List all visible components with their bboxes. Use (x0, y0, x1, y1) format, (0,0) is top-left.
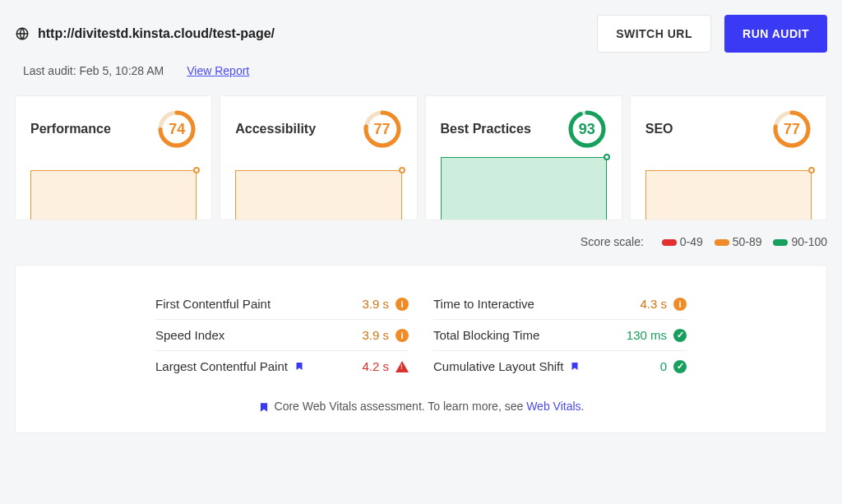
scale-pill-red (662, 239, 677, 246)
run-audit-button[interactable]: RUN AUDIT (724, 15, 827, 53)
score-ring-best-practices: 93 (567, 109, 607, 149)
switch-url-button[interactable]: SWITCH URL (597, 15, 711, 53)
metric-name-tbt: Total Blocking Time (433, 328, 539, 342)
metric-name-si: Speed Index (155, 328, 224, 342)
metric-value-tbt: 130 ms (627, 328, 667, 342)
metric-value-lcp: 4.2 s (362, 359, 389, 373)
score-chart-best-practices (441, 157, 607, 220)
scale-pill-orange (715, 239, 729, 246)
metric-row-lcp: Largest Contentful Paint 4.2 s (155, 351, 409, 381)
warning-icon (396, 361, 409, 372)
score-scale-legend: Score scale: 0-49 50-89 90-100 (15, 235, 827, 248)
score-value-accessibility: 77 (363, 109, 402, 149)
score-ring-accessibility: 77 (363, 109, 402, 149)
metrics-column-right: Time to Interactive 4.3 s i Total Blocki… (433, 289, 687, 381)
scale-range-3: 90-100 (791, 235, 827, 248)
score-label-best-practices: Best Practices (441, 122, 531, 136)
score-ring-seo: 77 (772, 109, 812, 149)
metric-value-fcp: 3.9 s (362, 297, 389, 311)
scale-range-2: 50-89 (733, 235, 762, 248)
score-card-seo: SEO 77 (630, 95, 827, 220)
scale-label: Score scale: (581, 235, 644, 248)
metric-name-fcp: First Contentful Paint (155, 297, 271, 311)
info-icon: i (673, 298, 687, 311)
cwv-note: Core Web Vitals assessment. To learn mor… (155, 400, 687, 413)
bookmark-icon (570, 360, 580, 372)
metric-name-cls: Cumulative Layout Shift (433, 359, 563, 373)
score-card-best-practices: Best Practices 93 (425, 95, 622, 220)
bookmark-icon (258, 400, 268, 413)
checkmark-icon: ✓ (673, 329, 687, 342)
score-chart-performance (30, 170, 197, 220)
metric-name-tti: Time to Interactive (433, 297, 534, 311)
metrics-panel: First Contentful Paint 3.9 s i Speed Ind… (15, 265, 827, 433)
score-label-accessibility: Accessibility (235, 122, 316, 136)
audit-info: Last audit: Feb 5, 10:28 AM View Report (23, 64, 827, 77)
page-url: http://divitestd.kinsta.cloud/test-page/ (38, 26, 275, 41)
score-ring-performance: 74 (157, 109, 197, 149)
metrics-column-left: First Contentful Paint 3.9 s i Speed Ind… (155, 289, 409, 381)
score-value-best-practices: 93 (567, 109, 607, 149)
score-label-performance: Performance (30, 122, 111, 136)
cwv-note-suffix: . (581, 400, 585, 413)
score-card-accessibility: Accessibility 77 (220, 95, 417, 220)
globe-icon (15, 26, 30, 41)
metric-row-tti: Time to Interactive 4.3 s i (433, 289, 687, 320)
header-buttons: SWITCH URL RUN AUDIT (597, 15, 827, 53)
score-chart-accessibility (235, 170, 401, 220)
metric-row-si: Speed Index 3.9 s i (155, 320, 409, 351)
scale-pill-green (773, 239, 788, 246)
info-icon: i (396, 329, 409, 342)
metric-value-cls: 0 (660, 359, 667, 373)
bookmark-icon (294, 360, 304, 372)
header-row: http://divitestd.kinsta.cloud/test-page/… (15, 15, 827, 53)
metric-value-si: 3.9 s (362, 328, 389, 342)
metric-row-cls: Cumulative Layout Shift 0 ✓ (433, 351, 687, 381)
info-icon: i (396, 298, 409, 311)
web-vitals-link[interactable]: Web Vitals (526, 400, 581, 413)
metric-row-tbt: Total Blocking Time 130 ms ✓ (433, 320, 687, 351)
score-card-performance: Performance 74 (15, 95, 212, 220)
score-value-seo: 77 (772, 109, 812, 149)
url-wrapper: http://divitestd.kinsta.cloud/test-page/ (15, 26, 275, 41)
score-label-seo: SEO (645, 122, 673, 136)
score-cards: Performance 74 Accessibility 77 Best Pra… (15, 95, 827, 220)
metric-row-fcp: First Contentful Paint 3.9 s i (155, 289, 409, 320)
last-audit-timestamp: Last audit: Feb 5, 10:28 AM (23, 64, 164, 77)
metric-value-tti: 4.3 s (640, 297, 667, 311)
checkmark-icon: ✓ (673, 360, 687, 373)
view-report-link[interactable]: View Report (187, 64, 249, 77)
score-chart-seo (645, 170, 812, 220)
cwv-note-text: Core Web Vitals assessment. To learn mor… (275, 400, 527, 413)
scale-range-1: 0-49 (680, 235, 703, 248)
metric-name-lcp: Largest Contentful Paint (155, 359, 288, 373)
score-value-performance: 74 (157, 109, 197, 149)
